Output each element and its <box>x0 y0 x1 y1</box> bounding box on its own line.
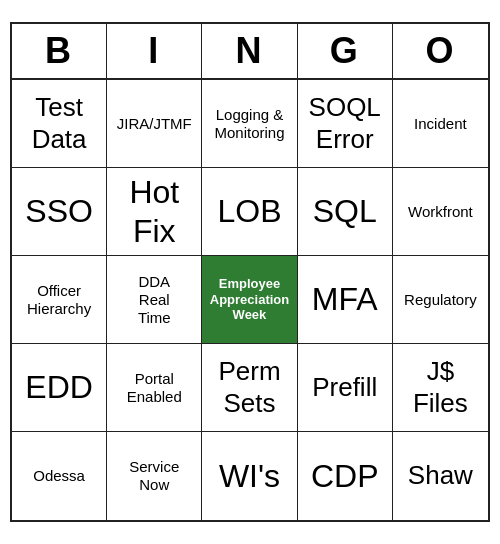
cell-text: SQL <box>313 192 377 230</box>
bingo-cell: PermSets <box>202 344 297 432</box>
cell-text: OfficerHierarchy <box>27 282 91 318</box>
bingo-cell: Workfront <box>393 168 488 256</box>
bingo-cell: Prefill <box>298 344 393 432</box>
bingo-cell: SSO <box>12 168 107 256</box>
bingo-grid: TestDataJIRA/JTMFLogging &MonitoringSOQL… <box>12 80 488 520</box>
bingo-cell: Odessa <box>12 432 107 520</box>
bingo-cell: TestData <box>12 80 107 168</box>
bingo-cell: J$Files <box>393 344 488 432</box>
header-letter: O <box>393 24 488 78</box>
cell-text: MFA <box>312 280 378 318</box>
bingo-cell: HotFix <box>107 168 202 256</box>
bingo-cell: Shaw <box>393 432 488 520</box>
bingo-cell: Incident <box>393 80 488 168</box>
bingo-cell: CDP <box>298 432 393 520</box>
cell-text: TestData <box>32 92 87 154</box>
cell-text: HotFix <box>129 173 179 250</box>
cell-text: EmployeeAppreciationWeek <box>210 276 289 323</box>
cell-text: WI's <box>219 457 280 495</box>
bingo-cell: JIRA/JTMF <box>107 80 202 168</box>
header-letter: B <box>12 24 107 78</box>
cell-text: CDP <box>311 457 379 495</box>
cell-text: Odessa <box>33 467 85 485</box>
header-letter: N <box>202 24 297 78</box>
cell-text: PermSets <box>218 356 280 418</box>
bingo-cell: EmployeeAppreciationWeek <box>202 256 297 344</box>
bingo-cell: EDD <box>12 344 107 432</box>
cell-text: EDD <box>25 368 93 406</box>
cell-text: LOB <box>217 192 281 230</box>
bingo-cell: ServiceNow <box>107 432 202 520</box>
bingo-cell: MFA <box>298 256 393 344</box>
bingo-cell: Logging &Monitoring <box>202 80 297 168</box>
cell-text: J$Files <box>413 356 468 418</box>
bingo-cell: LOB <box>202 168 297 256</box>
cell-text: JIRA/JTMF <box>117 115 192 133</box>
header-letter: I <box>107 24 202 78</box>
cell-text: ServiceNow <box>129 458 179 494</box>
bingo-cell: SQL <box>298 168 393 256</box>
cell-text: Prefill <box>312 372 377 403</box>
bingo-header: BINGO <box>12 24 488 80</box>
cell-text: Incident <box>414 115 467 133</box>
cell-text: PortalEnabled <box>127 370 182 406</box>
cell-text: Logging &Monitoring <box>214 106 284 142</box>
bingo-cell: PortalEnabled <box>107 344 202 432</box>
cell-text: SOQLError <box>309 92 381 154</box>
cell-text: Regulatory <box>404 291 477 309</box>
bingo-cell: OfficerHierarchy <box>12 256 107 344</box>
header-letter: G <box>298 24 393 78</box>
bingo-cell: Regulatory <box>393 256 488 344</box>
cell-text: Workfront <box>408 203 473 221</box>
cell-text: SSO <box>25 192 93 230</box>
cell-text: Shaw <box>408 460 473 491</box>
bingo-card: BINGO TestDataJIRA/JTMFLogging &Monitori… <box>10 22 490 522</box>
bingo-cell: SOQLError <box>298 80 393 168</box>
bingo-cell: WI's <box>202 432 297 520</box>
bingo-cell: DDARealTime <box>107 256 202 344</box>
cell-text: DDARealTime <box>138 273 171 327</box>
